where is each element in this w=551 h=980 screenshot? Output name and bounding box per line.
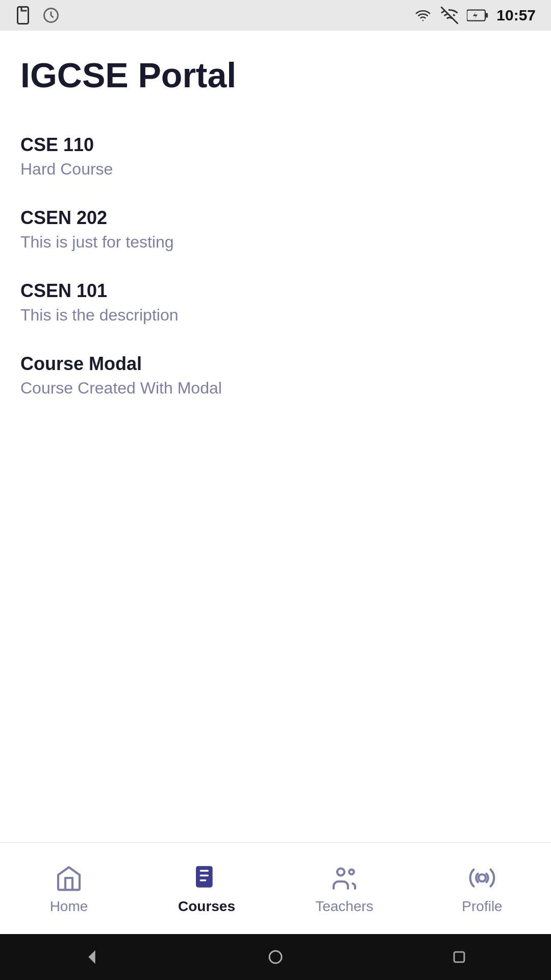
course-name-1: CSE 110 — [20, 134, 531, 156]
course-desc-4: Course Created With Modal — [20, 379, 531, 398]
battery-icon — [467, 8, 488, 22]
svg-point-6 — [337, 868, 344, 875]
page-title: IGCSE Portal — [20, 56, 531, 94]
course-item[interactable]: CSEN 202 This is just for testing — [20, 193, 531, 266]
course-item[interactable]: CSEN 101 This is the description — [20, 266, 531, 339]
course-name-3: CSEN 101 — [20, 280, 531, 302]
sd-card-icon — [15, 6, 34, 24]
nav-label-home: Home — [50, 898, 88, 915]
recents-button[interactable] — [444, 947, 474, 967]
profile-icon — [467, 863, 497, 893]
bottom-nav: Home Courses Teachers — [0, 842, 551, 934]
nav-label-teachers: Teachers — [315, 898, 373, 915]
course-item[interactable]: Course Modal Course Created With Modal — [20, 339, 531, 412]
course-desc-3: This is the description — [20, 306, 531, 325]
teachers-icon — [329, 863, 360, 893]
sync-icon — [42, 6, 60, 24]
svg-point-8 — [479, 874, 486, 881]
android-nav — [0, 934, 551, 980]
course-desc-1: Hard Course — [20, 160, 531, 179]
courses-icon — [191, 863, 222, 893]
status-bar-right: 10:57 — [414, 6, 536, 24]
signal-icon — [440, 6, 459, 24]
nav-item-profile[interactable]: Profile — [431, 863, 533, 915]
svg-rect-4 — [486, 13, 488, 18]
course-item[interactable]: CSE 110 Hard Course — [20, 120, 531, 193]
wifi-icon — [414, 8, 432, 23]
svg-marker-9 — [88, 950, 95, 964]
svg-point-10 — [269, 951, 282, 963]
svg-point-7 — [349, 869, 354, 874]
svg-rect-0 — [18, 7, 29, 24]
course-name-4: Course Modal — [20, 353, 531, 375]
main-content: IGCSE Portal CSE 110 Hard Course CSEN 20… — [0, 31, 551, 842]
course-desc-2: This is just for testing — [20, 233, 531, 252]
status-bar: 10:57 — [0, 0, 551, 31]
nav-item-teachers[interactable]: Teachers — [293, 863, 395, 915]
course-list: CSE 110 Hard Course CSEN 202 This is jus… — [20, 120, 531, 412]
nav-label-profile: Profile — [462, 898, 502, 915]
course-name-2: CSEN 202 — [20, 207, 531, 229]
status-bar-left — [15, 6, 60, 24]
nav-item-home[interactable]: Home — [18, 863, 120, 915]
nav-item-courses[interactable]: Courses — [156, 863, 258, 915]
nav-label-courses: Courses — [178, 898, 235, 915]
status-time: 10:57 — [496, 7, 536, 24]
back-button[interactable] — [77, 947, 107, 967]
home-button[interactable] — [260, 947, 291, 967]
svg-rect-11 — [454, 952, 464, 962]
home-icon — [54, 863, 84, 893]
svg-rect-5 — [196, 866, 213, 887]
